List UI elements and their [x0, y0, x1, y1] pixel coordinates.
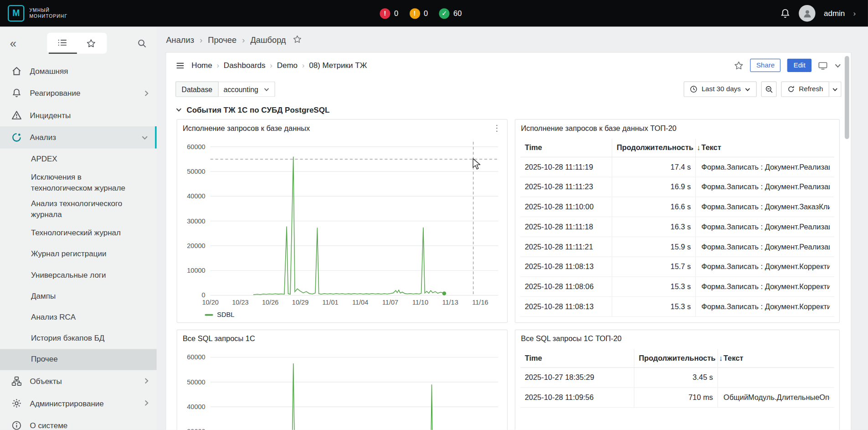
panel-header: Все SQL запросы 1С ТОП-20 — [515, 330, 839, 347]
search-icon[interactable] — [137, 38, 147, 48]
sidebar-item-tj-analysis[interactable]: Анализ технологического журнала — [0, 196, 157, 223]
table-row[interactable]: 2025-10-28 11:08:06 15.3 s Форма.Записат… — [520, 277, 834, 297]
sidebar-item-tech-journal[interactable]: Технологический журнал — [0, 223, 157, 243]
top20-sql-table: Time Продолжительность↓ Текст 2025-10-27… — [520, 349, 834, 408]
crumb-demo[interactable]: Demo — [277, 61, 298, 70]
sidebar-item-objects[interactable]: Объекты — [0, 370, 157, 392]
panel-title[interactable]: Все SQL запросы 1С — [183, 334, 255, 342]
chevron-down-icon[interactable] — [834, 62, 842, 69]
warning-icon — [11, 110, 22, 120]
ok-badge-icon: ✓ — [439, 8, 449, 19]
star-icon[interactable] — [734, 61, 744, 70]
table-row[interactable]: 2025-10-28 11:10:00 16.6 s Форма.Записат… — [520, 197, 834, 218]
breadcrumb-separator: › — [270, 61, 272, 70]
panel-query-execution: Исполнение запросов к базе данных ⋮ 0100… — [177, 119, 508, 323]
edit-button[interactable]: Edit — [787, 59, 812, 72]
panel-title[interactable]: Все SQL запросы 1С ТОП-20 — [521, 334, 621, 342]
status-summary: ! 0 ! 0 ✓ 60 — [380, 0, 462, 26]
refresh-interval-button[interactable] — [829, 82, 842, 97]
top20-queries-table: Time Продолжительность↓ Текст 2025-10-28… — [520, 139, 834, 317]
table-row[interactable]: 2025-10-28 11:08:13 15.7 s Форма.Записат… — [520, 257, 834, 277]
svg-text:30000: 30000 — [187, 428, 205, 430]
zoom-out-icon — [765, 85, 773, 93]
sidebar-item-universal-logs[interactable]: Универсальные логи — [0, 264, 157, 285]
table-row[interactable]: 2025-10-28 11:11:23 16.9 s Форма.Записат… — [520, 177, 834, 197]
table-row[interactable]: 2025-10-28 11:11:18 16.3 s Форма.Записат… — [520, 217, 834, 237]
sidebar-item-response[interactable]: Реагирование — [0, 82, 157, 104]
row-toggle[interactable]: События ТЖ 1С по СУБД PostgreSQL — [166, 103, 851, 119]
menu-icon[interactable] — [175, 61, 185, 70]
panel-title[interactable]: Исполнение запросов к базе данных ТОП-20 — [521, 124, 676, 132]
query-execution-chart[interactable]: 010000200003000040000500006000010/2010/2… — [181, 136, 503, 309]
sidebar-item-tj-exceptions[interactable]: Исключения в технологическом журнале — [0, 170, 157, 196]
share-button[interactable]: Share — [750, 59, 781, 72]
user-caret-icon[interactable]: › — [853, 9, 856, 17]
favorite-star-icon[interactable] — [293, 35, 301, 44]
sidebar-item-registration-log[interactable]: Журнал регистрации — [0, 243, 157, 264]
database-variable-select[interactable]: accounting — [218, 82, 275, 97]
col-header-duration[interactable]: Продолжительность↓ — [611, 139, 696, 157]
col-header-text[interactable]: Текст — [718, 349, 834, 367]
refresh-button[interactable]: Refresh — [781, 82, 829, 97]
panel-title[interactable]: Исполнение запросов к базе данных — [183, 124, 310, 132]
status-ok[interactable]: ✓ 60 — [439, 8, 462, 19]
table-row[interactable]: 2025-10-28 11:09:56 710 ms ОбщийМодуль.Д… — [520, 388, 834, 408]
breadcrumb-analysis[interactable]: Анализ — [166, 35, 194, 44]
crumb-dashboards[interactable]: Dashboards — [224, 61, 266, 70]
sidebar: « — [0, 26, 157, 430]
svg-text:60000: 60000 — [187, 143, 205, 150]
col-header-duration[interactable]: Продолжительность↓ — [634, 349, 718, 367]
svg-text:10000: 10000 — [187, 267, 205, 274]
ok-count: 60 — [453, 9, 462, 17]
topbar: М УМНЫЙ МОНИТОРИНГ ! 0 ! 0 ✓ 60 — [0, 0, 868, 26]
legend-label[interactable]: SDBL — [217, 311, 234, 319]
avatar[interactable] — [799, 5, 815, 21]
col-header-text[interactable]: Текст — [696, 139, 834, 157]
sidebar-tabs — [47, 33, 107, 54]
breadcrumb-other[interactable]: Прочее — [208, 35, 236, 44]
table-row[interactable]: 2025-10-28 11:11:19 17.4 s Форма.Записат… — [520, 157, 834, 177]
refresh-icon — [787, 85, 795, 93]
table-row[interactable]: 2025-10-28 11:11:21 15.9 s Форма.Записат… — [520, 237, 834, 257]
sidebar-item-incidents[interactable]: Инциденты — [0, 104, 157, 126]
scrollbar[interactable] — [845, 56, 849, 139]
panel-menu-icon[interactable]: ⋮ — [493, 123, 501, 133]
breadcrumb-separator: › — [302, 61, 305, 70]
sidebar-item-db-backups[interactable]: История бэкапов БД — [0, 328, 157, 349]
collapse-sidebar-icon[interactable]: « — [10, 37, 16, 49]
tab-menu-list[interactable] — [49, 33, 77, 54]
chevron-right-icon — [143, 89, 150, 97]
sidebar-item-analysis[interactable]: Анализ — [0, 126, 157, 149]
dashboard-breadcrumb: Home › Dashboards › Demo › 08) Метрики Т… — [191, 61, 367, 70]
col-header-time[interactable]: Time — [520, 139, 611, 157]
crumb-home[interactable]: Home — [191, 61, 212, 70]
time-range-picker[interactable]: Last 30 days — [684, 82, 757, 97]
tv-mode-icon[interactable] — [818, 61, 828, 70]
sidebar-item-apdex[interactable]: APDEX — [0, 149, 157, 170]
critical-count: 0 — [394, 9, 398, 17]
zoom-out-button[interactable] — [761, 82, 777, 97]
status-warning[interactable]: ! 0 — [409, 8, 428, 19]
user-menu[interactable]: admin — [824, 9, 845, 17]
sidebar-item-dumps[interactable]: Дампы — [0, 285, 157, 306]
brand-logo[interactable]: М УМНЫЙ МОНИТОРИНГ — [8, 5, 67, 21]
sidebar-item-administration[interactable]: Администрирование — [0, 392, 157, 414]
breadcrumb-separator: › — [242, 35, 245, 44]
sidebar-item-home[interactable]: Домашняя — [0, 60, 157, 82]
sql-queries-chart[interactable]: 010000200003000040000500006000010/2010/2… — [181, 347, 503, 430]
svg-text:11/10: 11/10 — [412, 299, 428, 306]
table-row[interactable]: 2025-10-27 18:35:29 3.45 s — [520, 368, 834, 388]
sidebar-nav: Домашняя Реагирование Инциденты — [0, 60, 157, 430]
crumb-current-dashboard[interactable]: 08) Метрики ТЖ — [309, 61, 367, 70]
col-header-time[interactable]: Time — [520, 349, 634, 367]
sidebar-item-other[interactable]: Прочее — [0, 349, 157, 370]
breadcrumb-dashboard[interactable]: Дашборд — [250, 35, 286, 44]
table-row[interactable]: 2025-10-28 11:08:13 15.3 s Форма.Записат… — [520, 297, 834, 317]
sidebar-item-rca[interactable]: Анализ RCA — [0, 306, 157, 327]
warning-badge-icon: ! — [409, 8, 420, 19]
notification-bell-icon[interactable] — [780, 8, 791, 19]
gear-icon — [11, 398, 22, 408]
status-critical[interactable]: ! 0 — [380, 8, 398, 19]
sidebar-item-about[interactable]: О системе — [0, 414, 157, 430]
tab-favorites[interactable] — [77, 33, 105, 54]
